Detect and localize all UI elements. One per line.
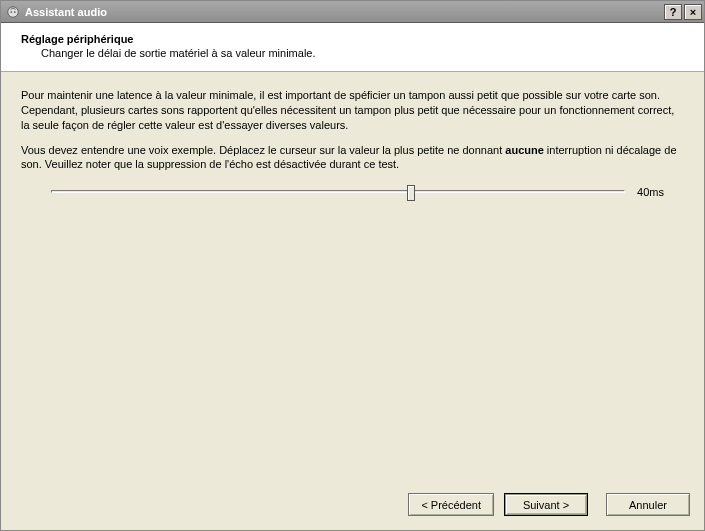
window-title: Assistant audio: [25, 6, 664, 18]
slider-thumb[interactable]: [407, 185, 415, 201]
slider-value-label: 40ms: [637, 185, 664, 200]
wizard-window: Assistant audio ? × Réglage périphérique…: [0, 0, 705, 531]
help-button[interactable]: ?: [664, 4, 682, 20]
next-button[interactable]: Suivant >: [504, 493, 588, 516]
paragraph-2-bold: aucune: [505, 144, 544, 156]
title-buttons: ? ×: [664, 4, 702, 20]
back-button[interactable]: < Précédent: [408, 493, 494, 516]
slider-track: [51, 190, 625, 193]
content-area: Pour maintenir une latence à la valeur m…: [1, 72, 704, 483]
paragraph-2a: Vous devez entendre une voix exemple. Dé…: [21, 144, 505, 156]
footer-buttons: < Précédent Suivant > Annuler: [1, 483, 704, 530]
cancel-button[interactable]: Annuler: [606, 493, 690, 516]
svg-point-2: [14, 11, 16, 13]
svg-point-1: [10, 11, 12, 13]
paragraph-2: Vous devez entendre une voix exemple. Dé…: [21, 143, 684, 173]
close-button[interactable]: ×: [684, 4, 702, 20]
header-panel: Réglage périphérique Changer le délai de…: [1, 23, 704, 72]
latency-slider[interactable]: [51, 182, 625, 202]
app-icon: [5, 4, 21, 20]
titlebar: Assistant audio ? ×: [1, 1, 704, 23]
latency-slider-row: 40ms: [51, 182, 684, 202]
page-subtitle: Changer le délai de sortie matériel à sa…: [41, 47, 684, 59]
page-title: Réglage périphérique: [21, 33, 684, 45]
paragraph-1: Pour maintenir une latence à la valeur m…: [21, 88, 684, 133]
